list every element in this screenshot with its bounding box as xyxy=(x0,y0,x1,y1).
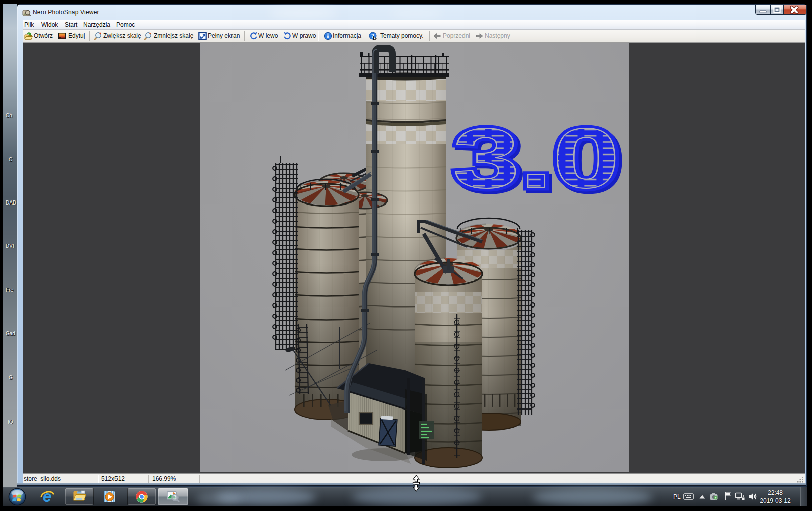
svg-text:3.0: 3.0 xyxy=(453,111,620,206)
